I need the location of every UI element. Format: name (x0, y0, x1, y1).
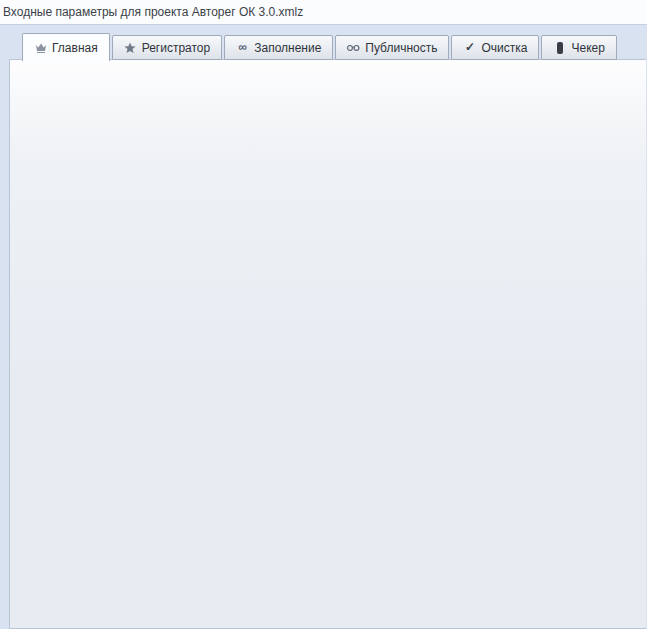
tab-cheker[interactable]: Чекер (541, 35, 616, 60)
window-titlebar: Входные параметры для проекта Авторег ОК… (0, 0, 647, 25)
star-icon (124, 41, 137, 54)
window-title: Входные параметры для проекта Авторег ОК… (3, 5, 303, 19)
tab-label: Публичность (365, 41, 437, 55)
tab-label: Заполнение (254, 41, 321, 55)
tab-page-glavnaya (9, 59, 646, 629)
tab-publichnost[interactable]: Публичность (335, 35, 449, 60)
tab-label: Чекер (571, 41, 604, 55)
bar-icon (553, 41, 566, 54)
infinity-icon: ∞ (236, 41, 249, 54)
check-icon: ✓ (463, 41, 476, 54)
glasses-icon (347, 41, 360, 54)
tab-strip: Главная Регистратор ∞ Заполнение Публичн… (22, 33, 619, 60)
input-parameters-window: Входные параметры для проекта Авторег ОК… (0, 0, 647, 629)
crown-icon (34, 41, 47, 54)
tab-label: Регистратор (142, 41, 211, 55)
tab-glavnaya[interactable]: Главная (22, 33, 110, 61)
tab-zapolnenie[interactable]: ∞ Заполнение (224, 35, 333, 60)
tab-label: Главная (52, 41, 98, 55)
tab-label: Очистка (481, 41, 527, 55)
tab-ochistka[interactable]: ✓ Очистка (451, 35, 539, 60)
tab-registrator[interactable]: Регистратор (112, 35, 223, 60)
